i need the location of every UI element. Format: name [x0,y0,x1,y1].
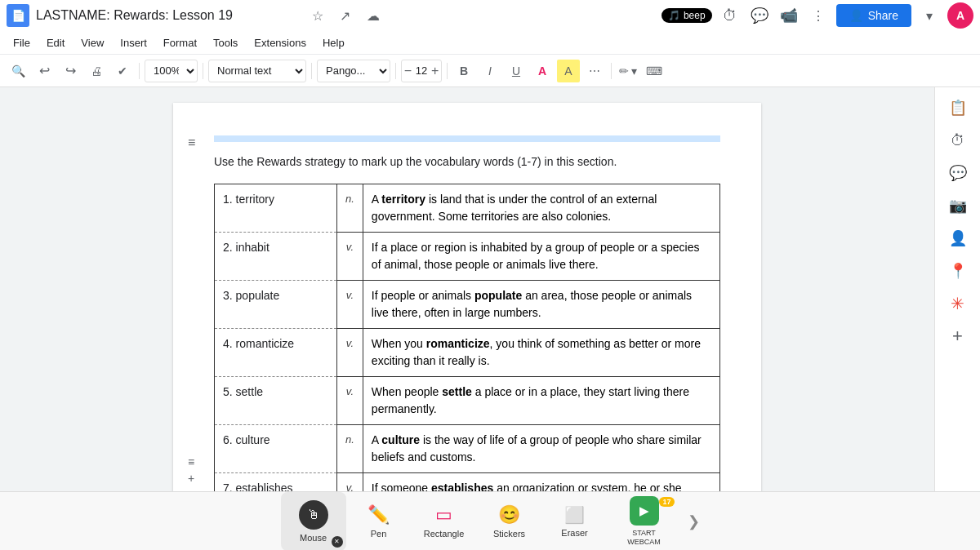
table-row: 2. inhabitv.If a place or region is inha… [215,233,720,281]
zoom-select[interactable]: 100% [145,60,198,82]
rectangle-icon: ▭ [435,504,452,526]
word-cell: 3. populate [215,281,337,329]
share-dropdown[interactable]: ▾ [918,4,941,27]
menu-file[interactable]: File [7,35,37,51]
font-size-increase[interactable]: + [429,60,441,82]
sidebar-comments[interactable]: 💬 [943,158,973,188]
eraser-label: Eraser [561,528,587,538]
comments-button[interactable]: 💬 [748,4,771,27]
more-format-button[interactable]: ⋯ [583,60,606,82]
sidebar-add[interactable]: + [943,322,973,351]
undo-button[interactable]: ↩ [33,60,56,82]
word-cell: 2. inhabit [215,233,337,281]
stickers-tool[interactable]: 😊 Stickers [477,492,542,551]
list-icon-2[interactable]: ≡ [188,455,194,468]
table-row: 1. territoryn.A territory is land that i… [215,184,720,233]
list-icon[interactable]: ≡ [188,135,195,150]
print-button[interactable]: 🖨 [85,60,108,82]
pos-cell: v. [337,233,363,281]
history-button[interactable]: ⏱ [719,4,742,27]
beep-badge: 🎵 beep [662,8,712,23]
underline-button[interactable]: U [505,60,528,82]
main-area: ≡ Use the Rewards strategy to mark up th… [0,86,980,550]
menu-extensions[interactable]: Extensions [247,35,313,51]
divider-2 [203,63,203,79]
divider-5 [447,63,448,79]
webcam-badge: 17 [659,497,674,507]
bold-button[interactable]: B [452,60,475,82]
pos-cell: n. [337,425,363,473]
stickers-label: Stickers [493,529,525,539]
word-cell: 1. territory [215,184,337,233]
highlight-button[interactable]: A [557,60,580,82]
eraser-icon: ⬜ [564,505,585,525]
rectangle-label: Rectangle [424,529,465,539]
more-button[interactable]: ⋮ [807,4,830,27]
expand-panel-arrow[interactable]: ❯ [688,512,700,530]
sidebar-sheets[interactable]: 📋 [943,93,973,122]
doc-float-btns: ≡ + [188,455,194,485]
font-select[interactable]: Pango... [317,60,390,82]
mouse-tool[interactable]: 🖱 Mouse ✕ [281,492,346,551]
menu-tools[interactable]: Tools [207,35,244,51]
pos-cell: v. [337,377,363,425]
pen-tool[interactable]: ✏️ Pen [346,492,412,551]
menu-format[interactable]: Format [157,35,203,51]
toolbar: 📄 LASTNAME: Rewards: Lesson 19 ☆ ↗ ☁ 🎵 b… [0,0,980,87]
def-cell: If people or animals populate an area, t… [363,281,719,329]
font-size-decrease[interactable]: − [402,60,414,82]
move-button[interactable]: ↗ [334,4,357,27]
mouse-label: Mouse [300,533,327,543]
menu-insert[interactable]: Insert [114,35,154,51]
def-cell: When people settle a place or in a place… [363,377,719,425]
sidebar-history[interactable]: ⏱ [943,126,973,155]
italic-button[interactable]: I [479,60,501,82]
style-select[interactable]: Normal text [208,60,306,82]
menu-help[interactable]: Help [316,35,351,51]
word-cell: 5. settle [215,377,337,425]
table-row: 6. culturen.A culture is the way of life… [215,425,720,473]
webcam-icon: ▶ [630,496,659,526]
editing-mode-button[interactable]: ✏ ▾ [617,60,639,82]
format-toolbar: 🔍 ↩ ↪ 🖨 ✔ 100% Normal text Pango... − 12… [0,54,980,86]
font-size-value: 12 [416,64,427,77]
def-cell: When you romanticize, you think of somet… [363,329,719,377]
webcam-label: STARTWEBCAM [627,529,661,547]
accessibility-button[interactable]: ⌨ [643,60,666,82]
webcam-tool[interactable]: ▶ STARTWEBCAM 17 [608,492,681,551]
sidebar-camera[interactable]: 📷 [943,191,973,220]
divider-1 [139,63,140,79]
text-color-button[interactable]: A [531,60,554,82]
add-icon[interactable]: + [188,472,194,485]
meeting-button[interactable]: 📹 [777,4,800,27]
menu-view[interactable]: View [74,35,110,51]
pen-label: Pen [371,529,387,539]
menu-edit[interactable]: Edit [40,35,71,51]
sidebar-maps[interactable]: 📍 [943,256,973,286]
doc-intro: Use the Rewards strategy to mark up the … [214,153,720,171]
table-row: 3. populatev.If people or animals popula… [215,281,720,329]
share-button[interactable]: 👤 Share [836,4,911,27]
doc-icon: 📄 [7,4,29,27]
mouse-delete: ✕ [332,536,343,548]
spellcheck-button[interactable]: ✔ [111,60,134,82]
cloud-button[interactable]: ☁ [362,4,385,27]
star-button[interactable]: ☆ [306,4,329,27]
right-sidebar: 📋 ⏱ 💬 📷 👤 📍 ✳ + [934,86,980,550]
sidebar-people[interactable]: 👤 [943,224,973,253]
document: ≡ Use the Rewards strategy to mark up th… [173,103,761,534]
avatar[interactable]: A [947,2,973,29]
def-cell: A territory is land that is under the co… [363,184,719,233]
pos-cell: n. [337,184,363,233]
table-row: 4. romanticizev.When you romanticize, yo… [215,329,720,377]
eraser-tool[interactable]: ⬜ Eraser [542,492,608,551]
rectangle-tool[interactable]: ▭ Rectangle [412,492,477,551]
pos-cell: v. [337,281,363,329]
document-area[interactable]: ≡ Use the Rewards strategy to mark up th… [0,86,934,550]
def-cell: If a place or region is inhabited by a g… [363,233,719,281]
redo-button[interactable]: ↪ [59,60,82,82]
word-cell: 4. romanticize [215,329,337,377]
doc-header-bar [214,135,720,142]
sidebar-star[interactable]: ✳ [943,289,973,318]
search-button[interactable]: 🔍 [7,60,29,82]
